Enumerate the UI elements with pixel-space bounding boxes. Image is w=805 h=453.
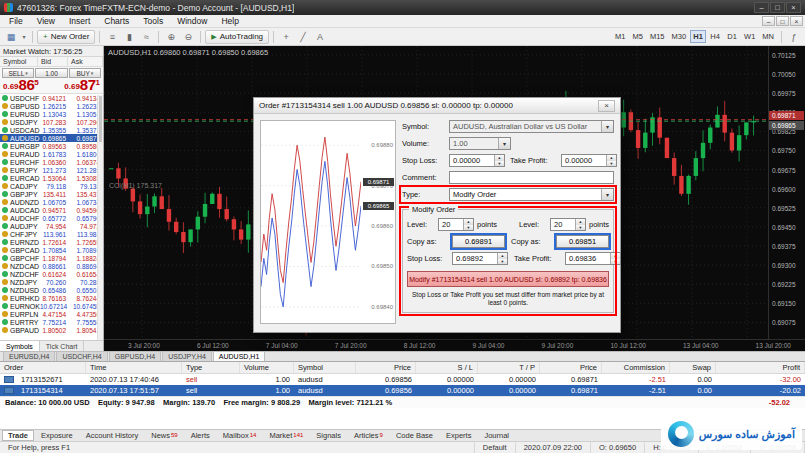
market-watch-row-nzdchf[interactable]: NZDCHF0.616240.61654 xyxy=(0,270,103,278)
orders-column-order[interactable]: Order xyxy=(0,362,86,373)
status-profile[interactable]: Default xyxy=(475,442,516,453)
menu-item-window[interactable]: Window xyxy=(170,16,214,26)
market-watch-row-eurcad[interactable]: EURCAD1.530641.53085 xyxy=(0,174,103,182)
indicators-icon[interactable]: ƒ xyxy=(786,30,802,44)
market-watch-row-audchf[interactable]: AUDCHF0.657720.65790 xyxy=(0,214,103,222)
market-watch-tab-symbols[interactable]: Symbols xyxy=(0,341,40,351)
timeframe-d1[interactable]: D1 xyxy=(724,30,740,43)
menu-item-charts[interactable]: Charts xyxy=(97,16,136,26)
tp-level-field[interactable]: 20▴▾ xyxy=(550,218,586,231)
market-watch-row-audcad[interactable]: AUDCAD0.945710.94596 xyxy=(0,206,103,214)
market-watch-scrollbar[interactable] xyxy=(97,95,103,340)
mw-column-bid[interactable]: Bid xyxy=(38,57,68,66)
spinner-buttons[interactable]: ▴▾ xyxy=(610,253,620,264)
market-watch-row-eurhkd[interactable]: EURHKD8.761638.76244 xyxy=(0,294,103,302)
chart-dropdown-icon[interactable]: ▾ xyxy=(20,30,28,44)
market-watch-row-chfjpy[interactable]: CHFJPY113.961113.984 xyxy=(0,230,103,238)
candlestick-chart-icon[interactable]: ▮ xyxy=(121,30,137,44)
zoom-out-icon[interactable]: ⊖ xyxy=(180,30,196,44)
spinner-buttons[interactable]: ▴▾ xyxy=(575,219,585,230)
close-icon[interactable]: × xyxy=(786,2,801,13)
type-select[interactable]: Modify Order▾ xyxy=(449,188,614,201)
chart-tab-audusd-h1[interactable]: AUDUSD,H1 xyxy=(213,351,265,361)
copy-tp-button[interactable]: 0.69851 xyxy=(556,235,609,248)
chart-tab-eurusd-h4[interactable]: EURUSD,H4 xyxy=(3,351,55,361)
timeframe-mn[interactable]: MN xyxy=(759,30,777,43)
market-watch-row-usdjpy[interactable]: USDJPY107.283107.296 xyxy=(0,118,103,126)
menu-item-insert[interactable]: Insert xyxy=(62,16,97,26)
terminal-tab-code-base[interactable]: Code Base xyxy=(390,430,439,441)
spinner-buttons[interactable]: ▴▾ xyxy=(463,219,473,230)
sell-price[interactable]: 0.69865 xyxy=(3,79,39,91)
spinner-buttons[interactable]: ▴▾ xyxy=(606,155,616,166)
terminal-tab-trade[interactable]: Trade xyxy=(2,430,34,441)
orders-column-time[interactable]: Time xyxy=(86,362,182,373)
market-watch-row-cadjpy[interactable]: CADJPY79.11879.138 xyxy=(0,182,103,190)
maximize-icon[interactable]: □ xyxy=(770,2,785,13)
market-watch-row-audjpy[interactable]: AUDJPY74.95474.972 xyxy=(0,222,103,230)
order-row-1713152671[interactable]: 17131526712020.07.13 17:40:46sell1.00aud… xyxy=(0,374,805,385)
volume-stepper[interactable]: 1.00 xyxy=(35,68,67,78)
scrollbar-thumb[interactable] xyxy=(99,96,102,142)
time-axis[interactable]: 3 Jul 20:006 Jul 12:007 Jul 04:007 Jul 2… xyxy=(104,339,805,351)
menu-item-file[interactable]: File xyxy=(2,16,30,26)
timeframe-m5[interactable]: M5 xyxy=(629,30,645,43)
menu-item-tools[interactable]: Tools xyxy=(136,16,170,26)
market-watch-row-usdcad[interactable]: USDCAD1.353551.35371 xyxy=(0,126,103,134)
market-watch-row-nzdusd[interactable]: NZDUSD0.654860.65502 xyxy=(0,286,103,294)
market-watch-row-nzdjpy[interactable]: NZDJPY70.26070.288 xyxy=(0,278,103,286)
new-chart-icon[interactable]: ▦ xyxy=(3,30,19,44)
orders-column-profit[interactable]: Profit xyxy=(716,362,805,373)
spinner-buttons[interactable]: ▴▾ xyxy=(494,155,504,166)
orders-column-tp[interactable]: T / P xyxy=(478,362,540,373)
terminal-tab-alerts[interactable]: Alerts xyxy=(185,430,216,441)
menu-item-help[interactable]: Help xyxy=(214,16,245,26)
market-watch-row-gbpaud[interactable]: GBPAUD1.805021.80541 xyxy=(0,326,103,334)
orders-column-symbol[interactable]: Symbol xyxy=(294,362,356,373)
market-watch-row-eurjpy[interactable]: EURJPY121.273121.289 xyxy=(0,166,103,174)
order-row-1713154314[interactable]: 17131543142020.07.13 17:51:57sell1.00aud… xyxy=(0,385,805,396)
terminal-tab-account-history[interactable]: Account History xyxy=(80,430,145,441)
minimize-icon[interactable]: – xyxy=(754,2,769,13)
market-watch-row-euraud[interactable]: EURAUD1.617831.61806 xyxy=(0,150,103,158)
chart-tab-usdjpy-h4[interactable]: USDJPY,H4 xyxy=(162,351,212,361)
timeframe-m15[interactable]: M15 xyxy=(647,30,668,43)
sl-level-field[interactable]: 20▴▾ xyxy=(438,218,474,231)
terminal-tab-articles[interactable]: Articles9 xyxy=(348,430,389,441)
buy-price[interactable]: 0.69871 xyxy=(64,79,100,91)
chart-close-icon[interactable]: × xyxy=(790,16,803,26)
orders-column-commission[interactable]: Commission xyxy=(602,362,670,373)
market-watch-tab-tick-chart[interactable]: Tick Chart xyxy=(40,341,85,351)
comment-input[interactable] xyxy=(449,171,614,184)
timeframe-m30[interactable]: M30 xyxy=(668,30,689,43)
chart-tab-usdchf-h4[interactable]: USDCHF,H4 xyxy=(56,351,107,361)
market-watch-row-usdchf[interactable]: USDCHF0.941210.94134 xyxy=(0,94,103,102)
terminal-tab-news[interactable]: News59 xyxy=(145,430,183,441)
market-watch-row-eurusd[interactable]: EURUSD1.130431.13051 xyxy=(0,110,103,118)
modify-stop-loss-field[interactable]: 0.69892▴▾ xyxy=(452,252,508,265)
stop-loss-field[interactable]: 0.00000▴▾ xyxy=(449,154,505,167)
market-watch-row-eurtry[interactable]: EURTRY7.752147.75558 xyxy=(0,318,103,326)
orders-column-price[interactable]: Price xyxy=(540,362,602,373)
market-watch-row-nzdcad[interactable]: NZDCAD0.886610.88694 xyxy=(0,262,103,270)
terminal-tab-market[interactable]: Market141 xyxy=(263,430,309,441)
market-watch-row-gbpusd[interactable]: GBPUSD1.262151.26233 xyxy=(0,102,103,110)
spinner-buttons[interactable]: ▴▾ xyxy=(497,253,507,264)
terminal-tab-signals[interactable]: Signals xyxy=(310,430,347,441)
market-watch-row-audusd[interactable]: AUDUSD0.698650.69871 xyxy=(0,134,103,142)
orders-column-swap[interactable]: Swap xyxy=(670,362,716,373)
dialog-close-icon[interactable]: × xyxy=(598,100,615,112)
timeframe-h4[interactable]: H4 xyxy=(707,30,723,43)
orders-column-volume[interactable]: Volume xyxy=(240,362,294,373)
line-chart-icon[interactable]: ≈ xyxy=(138,30,154,44)
orders-column-price[interactable]: Price xyxy=(356,362,416,373)
menu-item-view[interactable]: View xyxy=(30,16,62,26)
chart-restore-icon[interactable]: □ xyxy=(776,16,789,26)
market-watch-row-eurgbp[interactable]: EURGBP0.895630.89580 xyxy=(0,142,103,150)
timeframe-h1[interactable]: H1 xyxy=(690,30,706,43)
zoom-in-icon[interactable]: ⊕ xyxy=(163,30,179,44)
market-watch-row-gbpchf[interactable]: GBPCHF1.187941.18824 xyxy=(0,254,103,262)
timeframe-w1[interactable]: W1 xyxy=(741,30,758,43)
timeframe-m1[interactable]: M1 xyxy=(612,30,628,43)
modify-order-button[interactable]: Modify #1713154314 sell 1.00 AUDUSD sl: … xyxy=(407,271,609,287)
